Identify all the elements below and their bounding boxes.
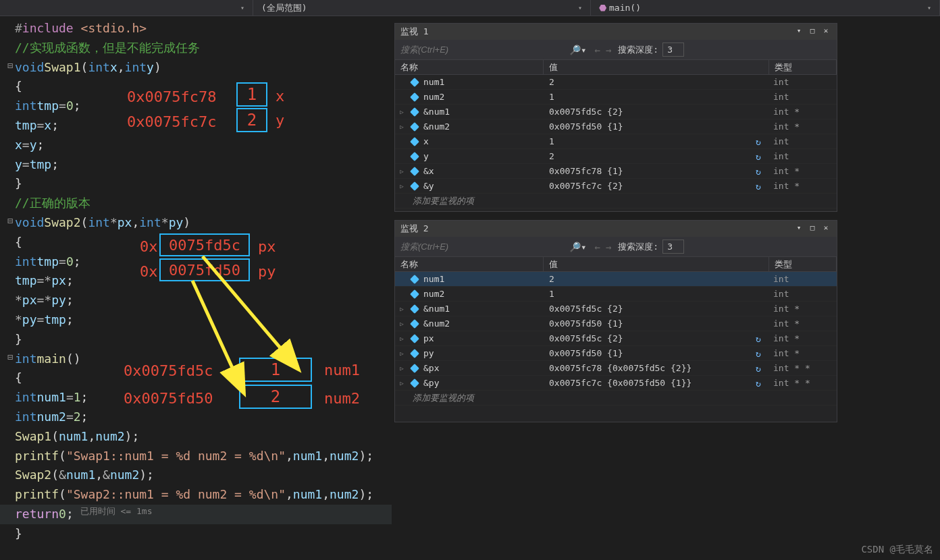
var-name: x	[423, 136, 429, 146]
var-value: 0x0075fd50 {1}	[549, 348, 623, 358]
refresh-icon[interactable]: ↻	[756, 334, 765, 343]
function-selector[interactable]: ⬣ main() ▾	[591, 0, 940, 16]
refresh-icon[interactable]: ↻	[756, 137, 765, 146]
watch-row[interactable]: ▷&num20x0075fd50 {1}int *	[395, 316, 837, 331]
nav-arrows[interactable]: ←→	[592, 45, 614, 55]
scope-selector[interactable]: (全局范围) ▾	[253, 0, 591, 16]
header-type[interactable]: 类型	[769, 60, 837, 74]
depth-select[interactable]: 3	[662, 240, 684, 254]
variable-icon	[410, 379, 419, 388]
watch-row[interactable]: num12int	[395, 272, 837, 287]
watch-row[interactable]: num12int	[395, 75, 837, 90]
watch-row[interactable]: ▷&py0x0075fc7c {0x0075fd50 {1}}↻int * *	[395, 376, 837, 391]
add-watch-item[interactable]: 添加要监视的项	[395, 194, 837, 208]
dropdown-icon[interactable]: ▾	[793, 223, 804, 234]
header-name[interactable]: 名称	[395, 257, 544, 271]
watch-row[interactable]: ▷&px0x0075fc78 {0x0075fd5c {2}}↻int * *	[395, 361, 837, 376]
header-type[interactable]: 类型	[769, 257, 837, 271]
watch-row[interactable]: ▷&num10x0075fd5c {2}int *	[395, 302, 837, 316]
var-name: &px	[423, 363, 439, 373]
expand-icon[interactable]: ▷	[398, 183, 406, 190]
search-icon[interactable]: 🔎▾	[564, 242, 592, 252]
maximize-icon[interactable]: □	[807, 223, 818, 234]
search-input[interactable]	[395, 239, 564, 254]
watch-row[interactable]: ▷&x0x0075fc78 {1}↻int *	[395, 164, 837, 179]
refresh-icon[interactable]: ↻	[756, 349, 765, 358]
refresh-icon[interactable]: ↻	[756, 364, 765, 373]
refresh-icon[interactable]: ↻	[756, 152, 765, 161]
var-value: 1	[549, 92, 554, 102]
expand-icon[interactable]: ▷	[398, 109, 406, 115]
variable-icon	[410, 181, 419, 191]
expand-icon[interactable]: ▷	[398, 123, 406, 130]
watch-row[interactable]: ▷&num10x0075fd5c {2}int *	[395, 105, 837, 119]
maximize-icon[interactable]: □	[807, 26, 818, 37]
header-name[interactable]: 名称	[395, 60, 544, 74]
close-icon[interactable]: ✕	[820, 26, 831, 37]
function-label: main()	[609, 3, 641, 13]
header-value[interactable]: 值	[544, 257, 769, 271]
watch-panel-1: 监视 1 ▾ □ ✕ 🔎▾ ←→ 搜索深度: 3 名称 值 类型 num12in…	[394, 23, 837, 212]
var-type: int *	[769, 181, 837, 191]
expand-icon[interactable]: ▷	[398, 380, 406, 387]
var-value: 0x0075fc7c {2}	[549, 181, 623, 191]
code-editor[interactable]: #include <stdio.h> //实现成函数，但是不能完成任务 ⊟voi…	[0, 16, 392, 560]
toolbar-left[interactable]: ▾	[0, 0, 253, 16]
var-name: y	[423, 151, 429, 161]
var-type: int	[769, 136, 837, 146]
expand-icon[interactable]: ▷	[398, 168, 406, 175]
var-name: &num2	[423, 318, 450, 329]
watch-row[interactable]: num21int	[395, 287, 837, 302]
add-watch-item[interactable]: 添加要监视的项	[395, 391, 837, 405]
header-value[interactable]: 值	[544, 60, 769, 74]
watch2-rows: num12intnum21int▷&num10x0075fd5c {2}int …	[395, 272, 837, 405]
var-name: &py	[423, 378, 439, 388]
watch-row[interactable]: num21int	[395, 90, 837, 105]
watch2-titlebar[interactable]: 监视 2 ▾ □ ✕	[395, 221, 837, 237]
depth-label: 搜索深度:	[614, 44, 662, 56]
variable-icon	[410, 334, 419, 343]
expand-icon[interactable]: ▷	[398, 320, 406, 327]
cube-icon: ⬣	[599, 3, 606, 13]
var-name: num2	[423, 92, 444, 102]
var-value: 0x0075fc7c {0x0075fd50 {1}}	[549, 378, 691, 388]
expand-icon[interactable]: ▷	[398, 335, 406, 342]
var-value: 0x0075fd5c {2}	[549, 333, 623, 343]
refresh-icon[interactable]: ↻	[756, 379, 765, 388]
watch-row[interactable]: y2↻int	[395, 149, 837, 164]
var-value: 0x0075fd5c {2}	[549, 107, 623, 117]
var-value: 0x0075fc78 {1}	[549, 166, 623, 176]
watch-row[interactable]: ▷py0x0075fd50 {1}↻int *	[395, 346, 837, 361]
var-type: int *	[769, 107, 837, 117]
close-icon[interactable]: ✕	[820, 223, 831, 234]
watch1-titlebar[interactable]: 监视 1 ▾ □ ✕	[395, 24, 837, 40]
variable-icon	[410, 289, 419, 299]
var-value: 2	[549, 151, 554, 161]
var-type: int * *	[769, 363, 837, 373]
dropdown-icon[interactable]: ▾	[793, 26, 804, 37]
var-name: &y	[423, 181, 434, 191]
nav-arrows[interactable]: ←→	[592, 242, 614, 252]
watch-row[interactable]: x1↻int	[395, 134, 837, 149]
expand-icon[interactable]: ▷	[398, 350, 406, 357]
var-type: int *	[769, 121, 837, 132]
refresh-icon[interactable]: ↻	[756, 181, 765, 191]
search-icon[interactable]: 🔎▾	[564, 45, 592, 55]
depth-select[interactable]: 3	[662, 43, 684, 57]
var-value: 0x0075fd50 {1}	[549, 121, 623, 132]
var-value: 0x0075fd5c {2}	[549, 304, 623, 314]
search-input[interactable]	[395, 42, 564, 57]
var-value: 1	[549, 136, 554, 146]
expand-icon[interactable]: ▷	[398, 306, 406, 312]
variable-icon	[410, 78, 419, 87]
var-type: int *	[769, 318, 837, 329]
var-name: &num1	[423, 107, 450, 117]
watch-row[interactable]: ▷&y0x0075fc7c {2}↻int *	[395, 179, 837, 194]
expand-icon[interactable]: ▷	[398, 365, 406, 372]
var-type: int *	[769, 166, 837, 176]
refresh-icon[interactable]: ↻	[756, 167, 765, 176]
watch-row[interactable]: ▷px0x0075fd5c {2}↻int *	[395, 331, 837, 346]
watch-row[interactable]: ▷&num20x0075fd50 {1}int *	[395, 119, 837, 134]
var-type: int *	[769, 304, 837, 314]
var-name: num2	[423, 289, 444, 299]
